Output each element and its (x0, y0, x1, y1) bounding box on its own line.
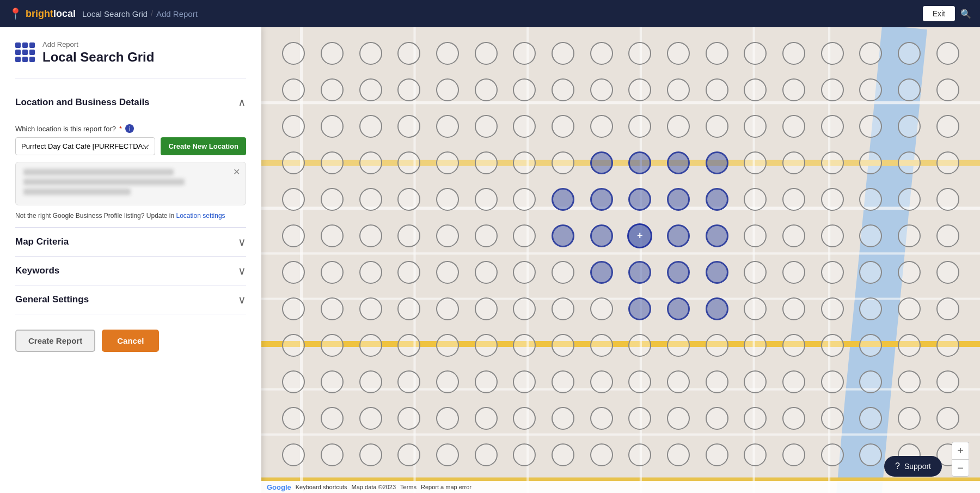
grid-cell (775, 181, 813, 217)
grid-normal-cell (744, 78, 767, 101)
grid-normal-cell (513, 115, 536, 138)
grid-cell (621, 255, 659, 290)
location-select[interactable]: Purrfect Day Cat Café [PURRFECTDA... (15, 137, 155, 155)
grid-cell (429, 437, 467, 473)
grid-cell (929, 218, 966, 253)
grid-normal-cell (475, 261, 498, 284)
search-icon[interactable]: 🔍 (960, 9, 971, 19)
grid-normal-cell (359, 42, 382, 65)
location-settings-link[interactable]: Location settings (176, 212, 225, 220)
grid-cell (275, 437, 313, 473)
map-criteria-header[interactable]: Map Criteria ∨ (15, 228, 246, 256)
grid-cell (506, 218, 543, 253)
grid-highlighted-cell (628, 188, 651, 211)
breadcrumb-main[interactable]: Local Search Grid (82, 9, 148, 19)
keywords-section: Keywords ∨ (15, 257, 246, 285)
grid-cell (852, 364, 890, 400)
report-error-link[interactable]: Report a map error (421, 484, 471, 490)
grid-cell (583, 291, 620, 327)
info-icon[interactable]: i (125, 124, 134, 133)
close-business-card-button[interactable]: ✕ (233, 167, 240, 177)
grid-cell (929, 328, 966, 363)
grid-normal-cell (628, 407, 651, 430)
panel-divider (15, 78, 246, 78)
grid-cell (390, 72, 428, 107)
grid-cell (429, 108, 467, 144)
grid-normal-cell (321, 115, 344, 138)
grid-normal-cell (436, 42, 459, 65)
grid-normal-cell (359, 334, 382, 357)
grid-cell (813, 181, 851, 217)
grid-highlighted-cell (590, 224, 613, 247)
grid-normal-cell (359, 115, 382, 138)
grid-normal-cell (744, 115, 767, 138)
create-location-button[interactable]: Create New Location (161, 137, 246, 155)
grid-cell (737, 364, 774, 400)
grid-normal-cell (359, 224, 382, 247)
grid-normal-cell (782, 443, 805, 466)
grid-cell (775, 72, 813, 107)
grid-normal-cell (898, 115, 921, 138)
exit-button[interactable]: Exit (923, 6, 955, 21)
grid-cell (891, 255, 928, 290)
grid-cell (314, 218, 351, 253)
location-section-header[interactable]: Location and Business Details ∧ (15, 88, 246, 117)
grid-normal-cell (513, 370, 536, 393)
grid-cell (583, 181, 620, 217)
cancel-button[interactable]: Cancel (102, 330, 159, 352)
grid-cell (275, 218, 313, 253)
grid-normal-cell (744, 297, 767, 320)
grid-cell (621, 401, 659, 436)
grid-cell (929, 108, 966, 144)
grid-cell (352, 437, 389, 473)
grid-normal-cell (782, 78, 805, 101)
grid-normal-cell (859, 78, 882, 101)
support-button[interactable]: ? Support (884, 456, 942, 477)
grid-highlighted-cell (706, 224, 728, 247)
create-report-button[interactable]: Create Report (15, 330, 95, 352)
grid-normal-cell (513, 78, 536, 101)
breadcrumb: Local Search Grid / Add Report (82, 9, 198, 19)
business-name-blurred (23, 169, 174, 175)
map-criteria-title: Map Criteria (15, 236, 69, 247)
grid-cell (583, 35, 620, 71)
terms-link[interactable]: Terms (400, 484, 416, 490)
grid-normal-cell (821, 224, 844, 247)
grid-circles-container: + (261, 27, 980, 481)
divider-4 (15, 314, 246, 314)
grid-normal-cell (513, 42, 536, 65)
grid-cell (852, 108, 890, 144)
grid-cell (621, 72, 659, 107)
grid-normal-cell (782, 297, 805, 320)
grid-cell (660, 35, 697, 71)
grid-normal-cell (628, 115, 651, 138)
grid-cell (506, 72, 543, 107)
grid-normal-cell (667, 443, 690, 466)
grid-normal-cell (552, 42, 574, 65)
grid-cell (660, 255, 697, 290)
grid-cell (698, 181, 736, 217)
keywords-header[interactable]: Keywords ∨ (15, 257, 246, 285)
grid-cell (390, 401, 428, 436)
grid-cell (467, 145, 505, 180)
keyboard-shortcuts[interactable]: Keyboard shortcuts (296, 484, 347, 490)
grid-cell (621, 181, 659, 217)
grid-cell (698, 218, 736, 253)
general-settings-header[interactable]: General Settings ∨ (15, 285, 246, 314)
breadcrumb-separator: / (151, 9, 153, 18)
grid-normal-cell (859, 334, 882, 357)
grid-normal-cell (936, 261, 959, 284)
zoom-out-button[interactable]: − (952, 459, 969, 477)
grid-cell (467, 181, 505, 217)
grid-cell (583, 437, 620, 473)
zoom-in-button[interactable]: + (952, 442, 969, 459)
grid-normal-cell (552, 115, 574, 138)
grid-cell (583, 255, 620, 290)
grid-cell: + (621, 218, 659, 253)
grid-normal-cell (436, 334, 459, 357)
grid-cell (737, 35, 774, 71)
grid-cell (275, 108, 313, 144)
grid-cell (275, 328, 313, 363)
grid-cell (583, 72, 620, 107)
grid-normal-cell (359, 370, 382, 393)
